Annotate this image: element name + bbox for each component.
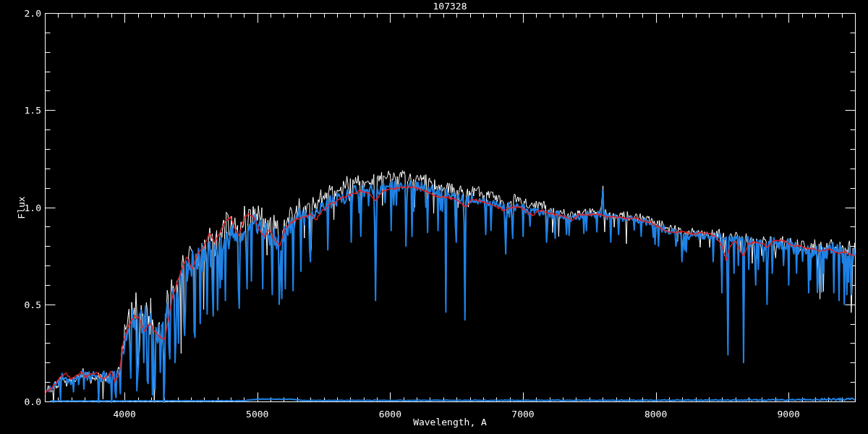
y-tick-label: 0.5 [25,299,41,310]
spectrum-figure: 107328 Wavelength, A Flux 40005000600070… [0,0,868,434]
x-tick-label: 9000 [778,409,800,420]
y-tick-label: 1.5 [25,105,41,116]
y-tick-label: 0.0 [25,396,41,407]
x-axis-label: Wavelength, A [413,417,487,427]
x-tick-label: 6000 [379,409,401,420]
x-tick-label: 7000 [511,409,534,420]
x-tick-label: 5000 [246,409,268,420]
x-tick-label: 8000 [644,409,667,420]
spectrum-plot-canvas [0,0,868,434]
y-tick-label: 1.0 [25,202,41,213]
x-tick-label: 4000 [114,409,136,420]
plot-title: 107328 [433,1,467,12]
y-tick-label: 2.0 [25,8,41,19]
